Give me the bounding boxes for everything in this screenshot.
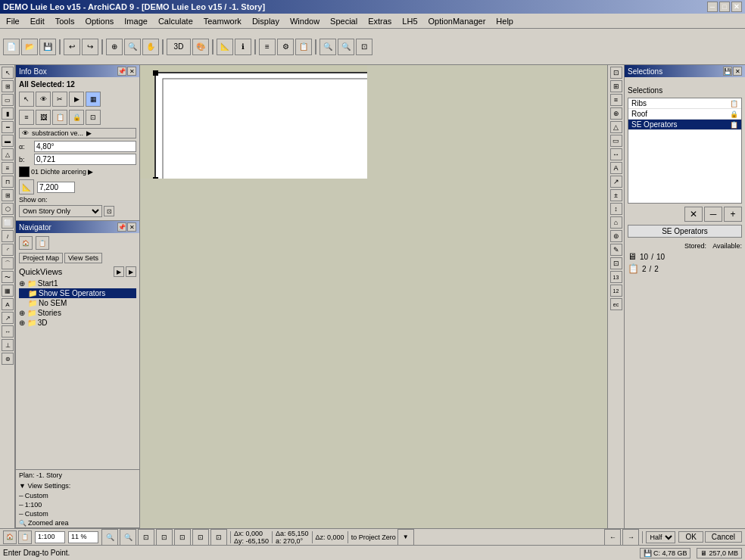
info-icon-eye[interactable]: 👁 [36, 92, 51, 107]
sel-item-roof[interactable]: Roof 🔒 [628, 109, 741, 120]
show-on-select[interactable]: Own Story Only All Stories [19, 205, 102, 217]
tool-arrow[interactable]: ↖ [2, 67, 14, 79]
info-icon-layer[interactable]: ≡ [19, 110, 34, 125]
right-tool-2[interactable]: ⊞ [610, 80, 622, 92]
menu-special[interactable]: Special [326, 16, 362, 26]
tool-fill[interactable]: ▦ [2, 285, 14, 297]
tool-label[interactable]: ↗ [2, 312, 14, 324]
toolbar-zoom-in[interactable]: 🔍 [320, 39, 336, 55]
menu-help[interactable]: Help [491, 16, 518, 26]
toolbar-select[interactable]: ⊕ [106, 39, 123, 55]
close-btn[interactable]: ✕ [731, 2, 742, 12]
info-icon-extra[interactable]: ⊡ [86, 110, 101, 125]
right-tool-11[interactable]: ↕ [610, 203, 622, 215]
toolbar-open[interactable]: 📂 [21, 39, 38, 55]
menu-optionmanager[interactable]: OptionManager [424, 16, 491, 26]
toolbar-3d[interactable]: 3D [167, 39, 191, 55]
right-tool-18[interactable]: ec [610, 298, 622, 310]
sel-item-ribs[interactable]: Ribs 📋 [628, 98, 741, 109]
view-tab-1[interactable]: 🏠 [3, 530, 17, 544]
zoom-all-btn[interactable]: ⊡ [174, 529, 191, 546]
sel-item-se-operators[interactable]: SE Operators 📋 [628, 120, 741, 130]
right-tool-8[interactable]: A [610, 162, 622, 174]
quickviews-add[interactable]: ▶ [126, 266, 136, 277]
right-tool-4[interactable]: ⊕ [610, 107, 622, 120]
toolbar-zoom[interactable]: 🔍 [124, 39, 141, 55]
zoom-fit-btn[interactable]: ⊡ [138, 529, 154, 546]
tool-beam[interactable]: ━ [2, 121, 14, 133]
right-tool-7[interactable]: ↔ [610, 148, 622, 160]
minimize-btn[interactable]: ─ [707, 2, 718, 12]
tool-select2[interactable]: ⊞ [2, 80, 14, 92]
menu-teamwork[interactable]: Teamwork [199, 16, 246, 26]
canvas-area[interactable]: × [140, 65, 607, 528]
right-tool-1[interactable]: ⊡ [610, 67, 622, 79]
info-icon-more[interactable]: ▶ [69, 92, 84, 107]
sel-minus-btn[interactable]: ─ [704, 207, 722, 222]
selections-close[interactable]: ✕ [733, 67, 742, 76]
toolbar-undo[interactable]: ↩ [64, 39, 80, 55]
tool-column[interactable]: ▮ [2, 107, 14, 120]
zoom-prev-btn[interactable]: ⊡ [156, 529, 173, 546]
toolbar-props[interactable]: 📋 [295, 39, 312, 55]
toolbar-redo[interactable]: ↪ [82, 39, 98, 55]
numeric-input[interactable] [37, 182, 75, 193]
tool-detail[interactable]: ⊚ [2, 353, 14, 365]
nav-item-start1[interactable]: ⊕ 📁 Start1 [19, 278, 136, 288]
menu-lh5[interactable]: LH5 [397, 16, 422, 26]
info-icon-select[interactable]: ▦ [86, 92, 101, 107]
zoom-field[interactable]: 11 % [68, 531, 98, 543]
nav-item-no-sem[interactable]: 📁 No SEM [19, 298, 136, 308]
info-icon-img[interactable]: 🖼 [36, 110, 51, 125]
toolbar-new[interactable]: 📄 [3, 39, 20, 55]
tool-door[interactable]: ⊓ [2, 176, 14, 188]
info-box-pin[interactable]: 📌 [117, 67, 126, 76]
menu-calculate[interactable]: Calculate [154, 16, 198, 26]
nav-right[interactable]: → [622, 529, 639, 546]
right-tool-14[interactable]: ✎ [610, 244, 622, 256]
right-tool-10[interactable]: ± [610, 189, 622, 201]
tool-stair[interactable]: ≡ [2, 162, 14, 174]
tool-slab[interactable]: ▬ [2, 135, 14, 147]
menu-image[interactable]: Image [120, 16, 152, 26]
tool-spline[interactable]: 〜 [2, 271, 14, 283]
right-tool-12[interactable]: ⌂ [610, 216, 622, 229]
tool-object[interactable]: ⬡ [2, 203, 14, 215]
b-input[interactable] [34, 154, 136, 165]
toolbar-zoom-out[interactable]: 🔍 [338, 39, 354, 55]
proj-zero-btn[interactable]: ▼ [397, 529, 414, 546]
toolbar-settings[interactable]: ⚙ [277, 39, 294, 55]
tool-level[interactable]: ⊥ [2, 339, 14, 351]
ok-btn[interactable]: OK [678, 531, 703, 543]
right-tool-5[interactable]: △ [610, 121, 622, 133]
right-tool-6[interactable]: ▭ [610, 135, 622, 147]
right-tool-9[interactable]: ↗ [610, 176, 622, 188]
toolbar-render[interactable]: 🎨 [192, 39, 209, 55]
info-icon-lock[interactable]: 🔒 [69, 110, 84, 125]
zoom-extra2[interactable]: ⊡ [210, 529, 227, 546]
menu-file[interactable]: File [2, 16, 24, 26]
half-select[interactable]: Half Full [646, 531, 675, 543]
quickviews-expand[interactable]: ▶ [114, 266, 124, 277]
tool-arc[interactable]: ◜ [2, 244, 14, 256]
toolbar-fit[interactable]: ⊡ [356, 39, 372, 55]
scale-field[interactable]: 1:100 [35, 531, 65, 543]
toolbar-pan[interactable]: ✋ [142, 39, 159, 55]
tool-line[interactable]: / [2, 230, 14, 242]
menu-window[interactable]: Window [285, 16, 324, 26]
tool-dim[interactable]: ↔ [2, 325, 14, 338]
info-icon-scissors[interactable]: ✂ [52, 92, 67, 107]
nav-item-3d[interactable]: ⊕ 📁 3D [19, 318, 136, 328]
nav-item-stories[interactable]: ⊕ 📁 Stories [19, 308, 136, 318]
info-box-close[interactable]: ✕ [127, 67, 136, 76]
show-on-extra[interactable]: ⊡ [104, 206, 114, 216]
zoom-in-btn[interactable]: 🔍 [101, 529, 118, 546]
selections-save[interactable]: 💾 [723, 67, 732, 76]
menu-options[interactable]: Options [80, 16, 118, 26]
tab-view-sets[interactable]: View Sets [64, 253, 102, 263]
toolbar-measure[interactable]: 📐 [217, 39, 233, 55]
maximize-btn[interactable]: □ [719, 2, 730, 12]
menu-extras[interactable]: Extras [363, 16, 396, 26]
nav-left[interactable]: ← [604, 529, 621, 546]
toolbar-layer[interactable]: ≡ [259, 39, 276, 55]
